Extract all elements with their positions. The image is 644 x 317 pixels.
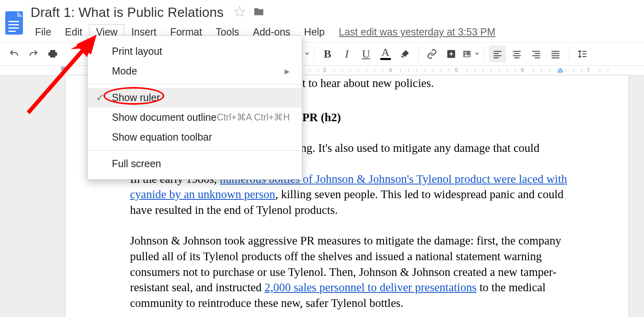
ruler-number: 4: [389, 66, 392, 73]
insert-image-button[interactable]: [462, 46, 479, 62]
last-edit-link[interactable]: Last edit was yesterday at 3:53 PM: [339, 26, 495, 38]
ruler-number: 3: [323, 66, 326, 73]
menu-item-label: Show ruler: [112, 92, 160, 104]
ruler-number: 5: [455, 66, 458, 73]
submenu-caret-icon: ▸: [285, 65, 290, 77]
menu-separator: [88, 84, 302, 85]
svg-rect-2: [8, 21, 19, 22]
redo-button[interactable]: [25, 46, 42, 62]
italic-button[interactable]: I: [339, 46, 355, 62]
move-to-folder-icon[interactable]: [253, 6, 265, 19]
ruler-number: 6: [521, 66, 524, 73]
body-paragraph[interactable]: ng. It's also used to mitigate any damag…: [301, 140, 572, 156]
menu-item-show-document-outline[interactable]: Show document outline Ctrl+⌘A Ctrl+⌘H: [88, 108, 302, 127]
right-indent-marker[interactable]: [557, 66, 564, 75]
svg-rect-33: [557, 70, 563, 73]
checkmark-icon: ✓: [96, 91, 105, 104]
align-center-button[interactable]: [508, 46, 525, 62]
menu-item-label: Show document outline: [112, 112, 217, 123]
svg-rect-9: [451, 52, 452, 56]
align-right-button[interactable]: [528, 46, 545, 62]
body-paragraph[interactable]: t to hear about new policies.: [302, 75, 572, 91]
star-icon[interactable]: [233, 6, 246, 19]
text-color-button[interactable]: A: [377, 46, 394, 62]
menu-item-show-equation-toolbar[interactable]: Show equation toolbar: [88, 127, 302, 147]
menu-item-shortcut: Ctrl+⌘A Ctrl+⌘H: [217, 112, 290, 123]
align-left-button[interactable]: [489, 46, 506, 62]
insert-link-button[interactable]: [423, 46, 440, 62]
menu-help[interactable]: Help: [297, 24, 331, 40]
menu-item-print-layout[interactable]: Print layout: [88, 41, 302, 61]
caret-down-icon: [305, 53, 309, 55]
svg-rect-3: [8, 24, 19, 25]
body-heading[interactable]: PR (h2): [302, 110, 572, 125]
print-button[interactable]: [44, 46, 61, 62]
svg-rect-4: [8, 27, 19, 29]
highlight-button[interactable]: [396, 46, 413, 62]
svg-point-11: [465, 52, 466, 54]
menu-separator: [88, 150, 302, 151]
svg-rect-5: [8, 31, 16, 32]
menu-item-label: Print layout: [112, 46, 162, 57]
menu-item-show-ruler[interactable]: ✓ Show ruler: [88, 88, 302, 108]
line-spacing-button[interactable]: [574, 46, 591, 62]
caret-down-icon: [475, 53, 479, 55]
ruler-number: 7: [587, 66, 590, 73]
document-title[interactable]: Draft 1: What is Public Relations: [28, 3, 226, 22]
svg-marker-6: [234, 7, 244, 17]
menu-item-label: Show equation toolbar: [112, 131, 212, 143]
view-dropdown-menu: Print layout Mode ▸ ✓ Show ruler Show do…: [87, 35, 302, 180]
svg-marker-31: [61, 66, 66, 73]
body-paragraph[interactable]: Johnson & Johnson took aggressive PR mea…: [130, 233, 572, 311]
underline-button[interactable]: U: [358, 46, 375, 62]
bold-button[interactable]: B: [319, 46, 336, 62]
insert-comment-button[interactable]: [443, 46, 460, 62]
left-indent-marker[interactable]: [60, 66, 67, 75]
align-justify-button[interactable]: [547, 46, 564, 62]
body-link[interactable]: 2,000 sales personnel to deliver present…: [264, 281, 477, 294]
svg-marker-32: [557, 67, 563, 70]
docs-logo-icon[interactable]: [0, 9, 28, 37]
menu-edit[interactable]: Edit: [58, 24, 89, 40]
undo-button[interactable]: [6, 46, 23, 62]
menu-item-full-screen[interactable]: Full screen: [88, 154, 302, 174]
menu-item-label: Mode: [112, 65, 137, 77]
menu-item-mode[interactable]: Mode ▸: [88, 61, 302, 81]
menu-item-label: Full screen: [112, 158, 161, 170]
menu-file[interactable]: File: [28, 24, 58, 40]
